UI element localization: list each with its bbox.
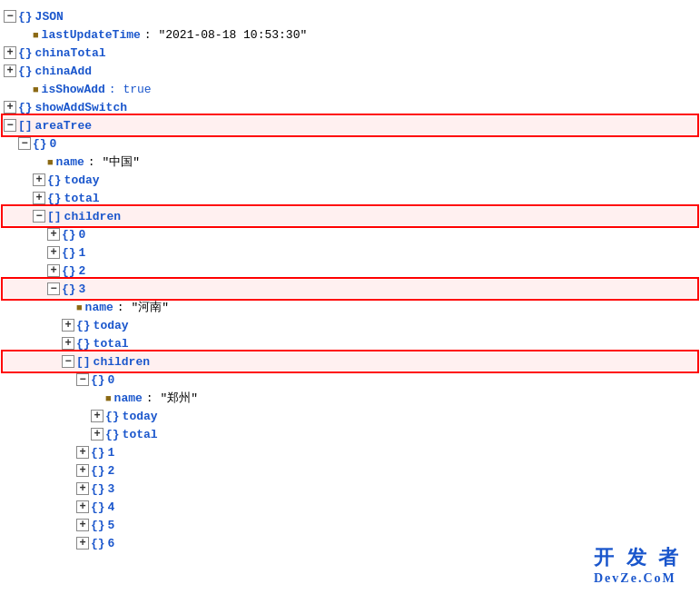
china-add-expand-btn[interactable]: + xyxy=(4,64,16,77)
child-0-0-expand-btn[interactable]: + xyxy=(47,228,60,241)
today-zz-expand-btn[interactable]: + xyxy=(91,410,104,422)
name-zhengzhou-row[interactable]: ■name: "郑州" xyxy=(4,389,696,407)
today-henan-expand-btn[interactable]: + xyxy=(62,319,74,332)
henan-6-icon: {} xyxy=(91,537,105,550)
children-0-expand-btn[interactable]: − xyxy=(33,210,45,223)
child-0-3-row[interactable]: −{}3 xyxy=(4,280,696,298)
item-0-label: 0 xyxy=(50,137,57,151)
name-china-icon: ■ xyxy=(47,155,54,169)
watermark-line2: DevZe.CoM xyxy=(594,571,682,586)
children-henan-label: children xyxy=(94,355,150,369)
item-0-expand-btn[interactable]: − xyxy=(18,137,31,150)
child-0-3-label: 3 xyxy=(79,282,86,296)
name-henan-value: : "河南" xyxy=(117,299,169,315)
show-add-switch-expand-btn[interactable]: + xyxy=(4,101,16,114)
henan-0-row[interactable]: −{}0 xyxy=(4,371,696,389)
henan-0-expand-btn[interactable]: − xyxy=(76,373,89,386)
area-tree-icon: [] xyxy=(18,119,33,133)
last-update-row[interactable]: ■lastUpdateTime: "2021-08-18 10:53:30" xyxy=(4,25,696,44)
henan-6-label: 6 xyxy=(108,537,115,550)
last-update-icon: ■ xyxy=(33,28,39,42)
henan-3-expand-btn[interactable]: + xyxy=(76,482,89,495)
obj-icon: {} xyxy=(105,428,120,441)
total-henan-expand-btn[interactable]: + xyxy=(62,337,74,350)
obj-icon: {} xyxy=(91,537,105,550)
child-0-1-row[interactable]: +{}1 xyxy=(4,243,696,262)
henan-4-row[interactable]: +{}4 xyxy=(4,498,696,516)
item-0-row[interactable]: −{}0 xyxy=(4,134,696,153)
obj-icon: {} xyxy=(91,519,105,532)
last-update-value: : "2021-08-18 10:53:30" xyxy=(144,28,307,42)
area-tree-expand-btn[interactable]: − xyxy=(4,119,16,132)
china-add-row[interactable]: +{}chinaAdd xyxy=(4,62,696,80)
total-zz-row[interactable]: +{}total xyxy=(4,425,696,443)
child-0-2-row[interactable]: +{}2 xyxy=(4,262,696,280)
henan-2-label: 2 xyxy=(108,464,115,478)
china-total-expand-btn[interactable]: + xyxy=(4,46,16,59)
show-add-switch-icon: {} xyxy=(18,101,33,114)
total-0-icon: {} xyxy=(47,192,62,205)
child-0-3-expand-btn[interactable]: − xyxy=(47,282,60,295)
total-zz-label: total xyxy=(123,428,158,441)
children-0-row[interactable]: −[]children xyxy=(4,207,696,225)
child-0-1-expand-btn[interactable]: + xyxy=(47,246,60,259)
henan-3-label: 3 xyxy=(108,482,115,496)
item-0-icon: {} xyxy=(33,137,47,151)
china-add-icon: {} xyxy=(18,64,33,78)
total-zz-expand-btn[interactable]: + xyxy=(91,428,104,441)
henan-5-row[interactable]: +{}5 xyxy=(4,516,696,534)
henan-5-expand-btn[interactable]: + xyxy=(76,519,89,531)
today-henan-icon: {} xyxy=(76,319,91,332)
total-0-row[interactable]: +{}total xyxy=(4,189,696,207)
henan-5-label: 5 xyxy=(108,519,115,532)
json-root-expand-btn[interactable]: − xyxy=(4,10,16,23)
obj-icon: {} xyxy=(62,246,76,260)
henan-3-row[interactable]: +{}3 xyxy=(4,480,696,498)
child-0-2-expand-btn[interactable]: + xyxy=(47,264,60,277)
show-add-switch-label: showAddSwitch xyxy=(35,101,127,114)
json-root-label: JSON xyxy=(35,10,64,24)
china-total-label: chinaTotal xyxy=(35,46,106,60)
china-add-label: chinaAdd xyxy=(35,64,92,78)
total-0-expand-btn[interactable]: + xyxy=(33,192,45,204)
child-0-3-icon: {} xyxy=(62,282,76,296)
is-show-add-row[interactable]: ■isShowAdd: true xyxy=(4,80,696,98)
total-henan-row[interactable]: +{}total xyxy=(4,334,696,352)
obj-icon: {} xyxy=(18,101,33,114)
child-0-0-row[interactable]: +{}0 xyxy=(4,225,696,243)
name-henan-row[interactable]: ■name: "河南" xyxy=(4,298,696,316)
arr-icon: [] xyxy=(47,210,62,223)
today-0-expand-btn[interactable]: + xyxy=(33,173,45,186)
today-0-row[interactable]: +{}today xyxy=(4,171,696,189)
today-henan-row[interactable]: +{}today xyxy=(4,316,696,334)
children-0-label: children xyxy=(64,210,121,223)
obj-icon: {} xyxy=(47,192,62,205)
watermark: 开 发 者 DevZe.CoM xyxy=(594,544,682,586)
name-china-row[interactable]: ■name: "中国" xyxy=(4,153,696,171)
today-henan-label: today xyxy=(94,319,129,332)
json-root-row[interactable]: −{}JSON xyxy=(4,7,696,25)
henan-4-expand-btn[interactable]: + xyxy=(76,500,89,513)
henan-2-row[interactable]: +{}2 xyxy=(4,461,696,480)
henan-3-icon: {} xyxy=(91,482,105,496)
henan-2-expand-btn[interactable]: + xyxy=(76,464,89,477)
china-total-row[interactable]: +{}chinaTotal xyxy=(4,44,696,62)
name-zhengzhou-label: name xyxy=(114,391,143,405)
today-zz-row[interactable]: +{}today xyxy=(4,407,696,425)
area-tree-row[interactable]: −[]areaTree xyxy=(4,116,696,134)
name-henan-icon: ■ xyxy=(76,301,83,314)
henan-1-expand-btn[interactable]: + xyxy=(76,446,89,459)
henan-1-row[interactable]: +{}1 xyxy=(4,443,696,461)
henan-6-expand-btn[interactable]: + xyxy=(76,537,89,550)
today-zz-label: today xyxy=(123,410,158,423)
name-zhengzhou-icon: ■ xyxy=(105,391,112,405)
henan-4-label: 4 xyxy=(108,500,115,514)
henan-6-row[interactable]: +{}6 xyxy=(4,534,696,552)
children-henan-expand-btn[interactable]: − xyxy=(62,355,74,368)
str-icon: ■ xyxy=(105,393,112,404)
henan-4-icon: {} xyxy=(91,500,105,514)
show-add-switch-row[interactable]: +{}showAddSwitch xyxy=(4,98,696,116)
name-zhengzhou-value: : "郑州" xyxy=(146,390,198,406)
obj-icon: {} xyxy=(33,137,47,151)
children-henan-row[interactable]: −[]children xyxy=(4,352,696,371)
